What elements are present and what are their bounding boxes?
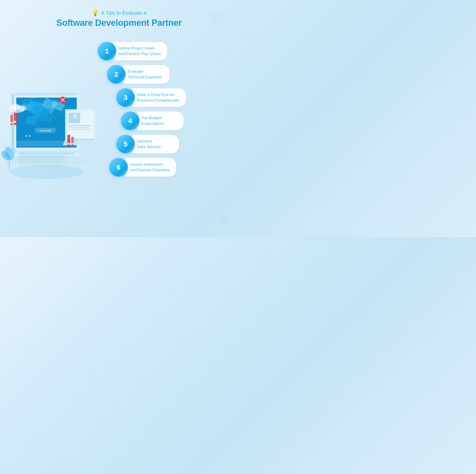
illustration-area: CLICK HERE <box>0 37 98 200</box>
tip-label-text-4: Set BudgetExpectations <box>142 115 177 126</box>
tip-label-text-6: Assess Interactionand Partner Chemistry <box>130 162 170 173</box>
tip-label-text-5: DemandData Security <box>137 138 172 150</box>
svg-marker-27 <box>14 93 79 95</box>
svg-rect-60 <box>68 125 92 126</box>
tip-circle-6: 6 <box>109 158 128 177</box>
svg-rect-49 <box>18 156 65 157</box>
tip-item-6: 6Assess Interactionand Partner Chemistry <box>109 158 229 177</box>
tips-area: 1Define Project Goalsand Present Your Vi… <box>98 39 238 200</box>
tip-circle-4: 4 <box>121 112 139 130</box>
tip-label-text-3: Keep a Close Eye onBusiness Competencies <box>137 92 179 103</box>
svg-rect-66 <box>10 115 13 122</box>
tip-label-box-2: EvaluateTechnical Expertise <box>123 65 170 84</box>
svg-rect-61 <box>68 127 89 128</box>
page-container: 💡 6 Tips to Evaluate a Software Developm… <box>0 0 238 237</box>
svg-rect-68 <box>68 135 70 143</box>
tip-item-4: 4Set BudgetExpectations <box>121 112 229 130</box>
tip-item-2: 2EvaluateTechnical Expertise <box>107 65 229 84</box>
tip-circle-2: 2 <box>107 65 125 84</box>
svg-rect-53 <box>18 163 60 164</box>
tip-label-box-1: Define Project Goalsand Present Your Vis… <box>114 42 167 60</box>
tip-circle-5: 5 <box>116 135 135 153</box>
tip-label-box-3: Keep a Close Eye onBusiness Competencies <box>133 88 186 107</box>
tip-item-3: 3Keep a Close Eye onBusiness Competencie… <box>116 88 229 107</box>
svg-text:CLICK HERE: CLICK HERE <box>40 130 51 132</box>
svg-rect-54 <box>18 165 65 166</box>
svg-rect-50 <box>18 157 70 158</box>
tip-circle-1: 1 <box>98 42 116 60</box>
svg-rect-51 <box>18 159 63 160</box>
tip-circle-3: 3 <box>116 88 135 107</box>
tip-label-box-6: Assess Interactionand Partner Chemistry <box>125 158 176 177</box>
tip-label-box-5: DemandData Security <box>133 135 179 153</box>
main-content: CLICK HERE <box>0 33 238 204</box>
tip-label-text-2: EvaluateTechnical Expertise <box>128 69 163 80</box>
header-subtitle: 💡 6 Tips to Evaluate a <box>0 9 238 17</box>
header: 💡 6 Tips to Evaluate a Software Developm… <box>0 0 238 33</box>
svg-rect-63 <box>66 139 94 140</box>
svg-rect-48 <box>14 151 79 152</box>
svg-rect-64 <box>14 112 17 121</box>
svg-rect-70 <box>71 137 74 143</box>
svg-rect-71 <box>71 144 74 146</box>
svg-point-3 <box>9 165 84 179</box>
bg-gear-icon-2 <box>215 211 233 230</box>
tip-label-text-1: Define Project Goalsand Present Your Vis… <box>119 46 161 57</box>
tip-item-1: 1Define Project Goalsand Present Your Vi… <box>98 42 229 60</box>
header-title: Software Development Partner <box>0 18 238 28</box>
laptop-illustration: CLICK HERE <box>0 37 98 200</box>
svg-point-82 <box>17 105 27 111</box>
header-subtitle-text: 6 Tips to Evaluate a <box>101 10 146 16</box>
svg-rect-65 <box>14 123 17 125</box>
svg-rect-69 <box>68 145 70 147</box>
svg-point-2 <box>221 218 228 224</box>
bulb-icon: 💡 <box>92 9 99 17</box>
svg-rect-62 <box>68 129 91 130</box>
tip-label-box-4: Set BudgetExpectations <box>137 112 184 130</box>
tip-item-5: 5DemandData Security <box>116 135 229 153</box>
svg-rect-67 <box>10 123 13 125</box>
svg-rect-52 <box>18 161 68 162</box>
